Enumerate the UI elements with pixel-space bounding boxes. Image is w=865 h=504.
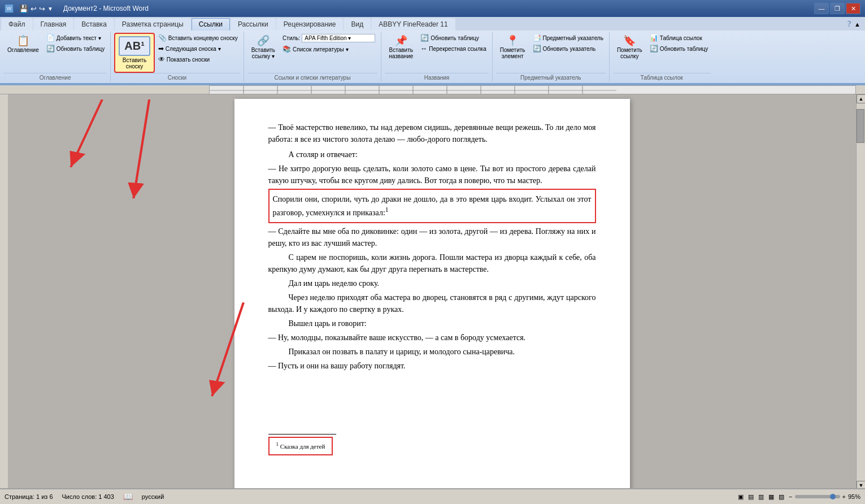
tab-page-layout[interactable]: Разметка страницы: [115, 18, 191, 31]
view-web-icon[interactable]: ▧: [779, 493, 784, 501]
toa-icon: 📊: [650, 34, 658, 42]
tab-file[interactable]: Файл: [1, 18, 33, 31]
ruler-marks: [209, 85, 856, 94]
quick-access-toolbar: 💾 ↩ ↪ ▼: [16, 3, 56, 14]
cross-ref-icon: ↔: [420, 45, 427, 53]
footnote-separator: [268, 434, 336, 435]
minimize-ribbon-icon[interactable]: ▲: [854, 21, 860, 28]
nazv-small-buttons: 🔄 Обновить таблицу ↔ Перекрестная ссылка: [418, 33, 488, 54]
ogl-buttons: 📋 Оглавление 📄 Добавить текст ▾ 🔄 Обнови…: [3, 33, 107, 73]
update-figures-button[interactable]: 🔄 Обновить таблицу: [418, 33, 488, 43]
maximize-button[interactable]: ❐: [830, 3, 845, 14]
toc-icon: 📋: [17, 36, 29, 46]
ogl-small-buttons: 📄 Добавить текст ▾ 🔄 Обновить таблицу: [44, 33, 107, 54]
document-page: — Твоё мастерство невелико, ты над дерев…: [234, 99, 630, 490]
style-select[interactable]: APA Fifth Edition ▾: [302, 34, 375, 42]
footnote-content: Сказка для детей: [280, 443, 325, 450]
footnote-box: 1 Сказка для детей: [268, 437, 333, 455]
tab-references[interactable]: Ссылки: [192, 18, 230, 31]
ribbon-tabs: Файл Главная Вставка Разметка страницы С…: [0, 17, 865, 31]
update-toa-button[interactable]: 🔄 Обновить таблицу: [647, 44, 711, 54]
redo-icon[interactable]: ↪: [39, 5, 45, 13]
show-footnotes-button[interactable]: 👁 Показать сноски: [156, 54, 240, 64]
view-draft-icon[interactable]: ▦: [768, 493, 774, 501]
page-info: Страница: 1 из 6: [5, 493, 53, 500]
save-icon[interactable]: 💾: [19, 5, 28, 13]
index-button[interactable]: 📑 Предметный указатель: [531, 33, 606, 43]
update-figures-icon: 🔄: [420, 34, 429, 42]
text-3: — Не хитро дорогую вещь сделать, коли зо…: [268, 164, 596, 185]
text-5: — Сделайте вы мне оба по диковинке: один…: [268, 227, 596, 247]
ruler-svg: [210, 86, 616, 94]
paragraph-12: — Пусть и они на вашу работу поглядят.: [268, 360, 596, 372]
update-index-icon: 🔄: [533, 45, 541, 53]
tab-view[interactable]: Вид: [344, 18, 371, 31]
insert-citation-label: Вставитьссылку ▾: [251, 47, 275, 59]
cross-ref-button[interactable]: ↔ Перекрестная ссылка: [418, 44, 488, 54]
vertical-ruler: [0, 94, 8, 490]
customize-icon[interactable]: ▼: [47, 6, 53, 12]
paragraph-2: А столяр и отвечает:: [268, 149, 596, 160]
add-text-label: Добавить текст ▾: [56, 35, 101, 41]
style-value: APA Fifth Edition ▾: [305, 35, 351, 41]
ssylki-small-buttons: Стиль: APA Fifth Edition ▾ 📚 Список лите…: [280, 33, 377, 54]
horizontal-ruler: [0, 85, 865, 94]
tab-mailings[interactable]: Рассылки: [231, 18, 276, 31]
next-footnote-button[interactable]: ➡ Следующая сноска ▾: [156, 44, 240, 54]
text-8: Через неделю приходят оба мастера во дво…: [268, 293, 596, 314]
update-index-button[interactable]: 🔄 Обновить указатель: [531, 44, 606, 54]
help-icon[interactable]: ?: [847, 20, 851, 29]
scroll-up-button[interactable]: ▲: [857, 94, 865, 103]
text-10: — Ну, молодцы, показывайте ваше искусств…: [268, 333, 526, 342]
insert-footnote-button[interactable]: AB¹ Вставитьсноску: [114, 33, 155, 73]
table-of-authorities-button[interactable]: 📊 Таблица ссылок: [647, 33, 711, 43]
insert-citation-button[interactable]: 🔗 Вставитьссылку ▾: [247, 33, 279, 62]
cross-ref-label: Перекрестная ссылка: [429, 46, 486, 52]
text-11: Приказал он позвать в палату и царицу, и…: [289, 347, 515, 356]
tab-abbyy[interactable]: ABBYY FineReader 11: [371, 18, 455, 31]
mark-entry-button[interactable]: 📍 Пометитьэлемент: [496, 33, 529, 62]
view-normal-icon[interactable]: ▣: [738, 493, 744, 501]
insert-caption-button[interactable]: 📌 Вставитьназвание: [385, 33, 417, 62]
tabl-buttons: 🔖 Пометитьссылку 📊 Таблица ссылок 🔄 Обно…: [613, 33, 710, 73]
zoom-thumb: [830, 494, 836, 499]
paragraph-9: Вышел царь и говорит:: [268, 318, 596, 329]
document-area: — Твоё мастерство невелико, ты над дерев…: [8, 94, 856, 490]
index-icon: 📑: [533, 34, 541, 42]
update-table-button[interactable]: 🔄 Обновить таблицу: [44, 44, 107, 54]
view-outline-icon[interactable]: ▥: [758, 493, 764, 501]
snoska-buttons: AB¹ Вставитьсноску 📎 Вставить концевую с…: [114, 33, 240, 73]
undo-icon[interactable]: ↩: [31, 5, 37, 13]
add-text-button[interactable]: 📄 Добавить текст ▾: [44, 33, 107, 43]
style-dropdown[interactable]: Стиль: APA Fifth Edition ▾: [280, 33, 377, 44]
scroll-track[interactable]: [857, 103, 865, 481]
view-fullscreen-icon[interactable]: ▤: [748, 493, 754, 501]
end-footnote-button[interactable]: 📎 Вставить концевую сноску: [156, 33, 240, 43]
zoom-out-button[interactable]: −: [789, 493, 792, 500]
close-button[interactable]: ✕: [846, 3, 860, 14]
paragraph-3: — Не хитро дорогую вещь сделать, коли зо…: [268, 163, 596, 186]
show-footnotes-label: Показать сноски: [167, 57, 210, 63]
zoom-track[interactable]: [795, 495, 840, 498]
word-icon: W: [5, 4, 14, 13]
mark-citation-button[interactable]: 🔖 Пометитьссылку: [613, 33, 646, 62]
zoom-in-button[interactable]: +: [842, 493, 846, 500]
bibliography-button[interactable]: 📚 Список литературы ▾: [280, 44, 377, 54]
caption-icon: 📌: [395, 36, 407, 46]
tab-home[interactable]: Главная: [33, 18, 74, 31]
tab-review[interactable]: Рецензирование: [276, 18, 344, 31]
zoom-control[interactable]: − + 95%: [789, 493, 860, 500]
footnote-area: 1 Сказка для детей: [268, 389, 596, 455]
vruler-svg: [0, 94, 8, 490]
ribbon-group-nazv: 📌 Вставитьназвание 🔄 Обновить таблицу ↔ …: [381, 32, 492, 82]
minimize-button[interactable]: —: [814, 3, 829, 14]
toc-button[interactable]: 📋 Оглавление: [3, 33, 43, 56]
bibliography-icon: 📚: [282, 45, 291, 53]
scroll-thumb[interactable]: [857, 109, 864, 143]
text-6: С царем не поспоришь, коли жизнь дорога.…: [268, 253, 596, 273]
tab-insert[interactable]: Вставка: [74, 18, 114, 31]
next-footnote-label: Следующая сноска ▾: [166, 46, 221, 52]
paragraph-top: — Твоё мастерство невелико, ты над дерев…: [268, 121, 596, 145]
ribbon-group-ssylki: 🔗 Вставитьссылку ▾ Стиль: APA Fifth Edit…: [244, 32, 382, 82]
paragraph-11: Приказал он позвать в палату и царицу, и…: [268, 346, 596, 358]
